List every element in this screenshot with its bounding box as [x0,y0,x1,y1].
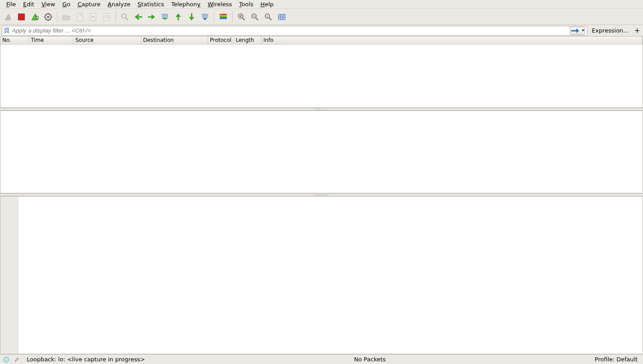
expression-button[interactable]: Expression... [589,27,631,34]
go-first-button[interactable] [172,11,184,23]
svg-line-38 [256,18,258,20]
menu-help[interactable]: Help [257,0,277,8]
auto-scroll-button[interactable] [199,11,211,23]
go-last-button[interactable] [185,11,198,23]
svg-rect-30 [220,15,227,16]
go-to-packet-button[interactable] [159,11,171,23]
svg-point-20 [122,14,126,18]
go-back-button[interactable] [132,11,144,23]
packet-details-pane[interactable] [0,110,643,193]
expert-info-icon[interactable] [3,356,10,363]
packet-bytes-pane [0,196,643,354]
reload-icon [102,12,111,21]
shark-fin-icon [4,12,12,21]
bytes-offset-gutter [0,196,18,354]
display-filter-input[interactable] [10,26,570,35]
colorize-button[interactable] [217,11,229,23]
column-header-no[interactable]: No. [0,37,29,44]
svg-line-7 [45,14,46,15]
svg-line-34 [242,18,245,20]
svg-line-8 [50,19,51,20]
svg-rect-32 [220,18,227,19]
column-header-length[interactable]: Length [234,37,262,44]
zoom-reset-button[interactable]: 1 [262,11,274,23]
bookmark-icon[interactable] [3,28,10,34]
splitter-2[interactable] [0,193,643,196]
find-button[interactable] [119,11,131,23]
column-header-protocol[interactable]: Protocol [208,37,234,44]
restart-fin-icon [30,12,39,21]
column-header-time[interactable]: Time [29,37,74,44]
autoscroll-icon [201,12,209,21]
dropdown-caret-icon [582,29,585,32]
close-file-button[interactable] [87,11,99,23]
zoom-out-icon [250,12,259,21]
columns-icon [277,13,286,21]
restart-capture-button[interactable] [29,11,41,23]
folder-icon [62,13,71,21]
zoom-in-button[interactable] [235,11,248,23]
column-header-destination[interactable]: Destination [141,37,208,44]
display-filter-field[interactable] [2,26,587,36]
menu-telephony[interactable]: Telephony [168,0,204,8]
zoom-in-icon [237,12,246,21]
arrow-up-icon [175,12,182,21]
add-filter-button[interactable]: + [633,27,641,35]
reload-button[interactable] [100,11,113,23]
display-filter-bar: Expression... + [0,25,643,37]
menu-bar: File Edit View Go Capture Analyze Statis… [0,0,643,9]
svg-line-9 [50,14,51,15]
status-packets-text: No Packets [351,356,388,363]
menu-view[interactable]: View [38,0,59,8]
toolbar-separator [115,12,116,22]
menu-capture[interactable]: Capture [74,0,104,8]
resize-columns-button[interactable] [275,11,288,23]
status-profile-text[interactable]: Profile: Default [592,356,640,363]
packet-list-pane: No. Time Source Destination Protocol Len… [0,37,643,108]
svg-text:1: 1 [266,15,268,18]
status-bar: Loopback: lo: <live capture in progress>… [0,354,643,364]
capture-file-comment-icon[interactable] [13,356,20,363]
bytes-hex-area[interactable] [18,196,643,354]
go-forward-button[interactable] [145,11,158,23]
start-capture-button[interactable] [2,11,14,23]
toolbar-separator [214,12,214,22]
packet-list-headers: No. Time Source Destination Protocol Len… [0,37,643,45]
open-file-button[interactable] [60,11,73,23]
svg-point-2 [47,16,49,18]
arrow-left-icon [134,13,143,20]
svg-rect-31 [220,16,227,18]
column-header-source[interactable]: Source [74,37,141,44]
svg-point-51 [4,357,9,362]
svg-rect-29 [220,14,227,15]
menu-edit[interactable]: Edit [20,0,38,8]
svg-line-21 [126,18,128,20]
svg-rect-0 [18,14,25,20]
toolbar-separator [232,12,233,22]
zoom-reset-icon: 1 [264,12,273,21]
capture-options-button[interactable] [42,11,54,23]
apply-filter-button[interactable] [570,27,585,35]
close-file-icon [89,12,97,21]
splitter-1[interactable] [0,108,643,110]
packet-list-body[interactable] [0,45,643,107]
colorize-icon [219,13,228,21]
menu-file[interactable]: File [3,0,20,8]
menu-statistics[interactable]: Statistics [134,0,168,8]
save-file-button[interactable] [74,11,86,23]
arrow-down-icon [188,12,195,21]
arrow-apply-icon [571,28,581,33]
arrow-right-icon [147,13,156,20]
zoom-out-button[interactable] [249,11,261,23]
menu-analyze[interactable]: Analyze [104,0,134,8]
column-header-info[interactable]: Info [262,37,643,44]
stop-capture-button[interactable] [15,11,28,23]
menu-tools[interactable]: Tools [235,0,257,8]
svg-line-10 [45,19,46,20]
svg-rect-19 [104,13,109,20]
menu-wireless[interactable]: Wireless [204,0,235,8]
menu-go[interactable]: Go [59,0,74,8]
stop-icon [17,13,25,21]
svg-line-41 [269,18,271,20]
search-icon [120,12,129,21]
